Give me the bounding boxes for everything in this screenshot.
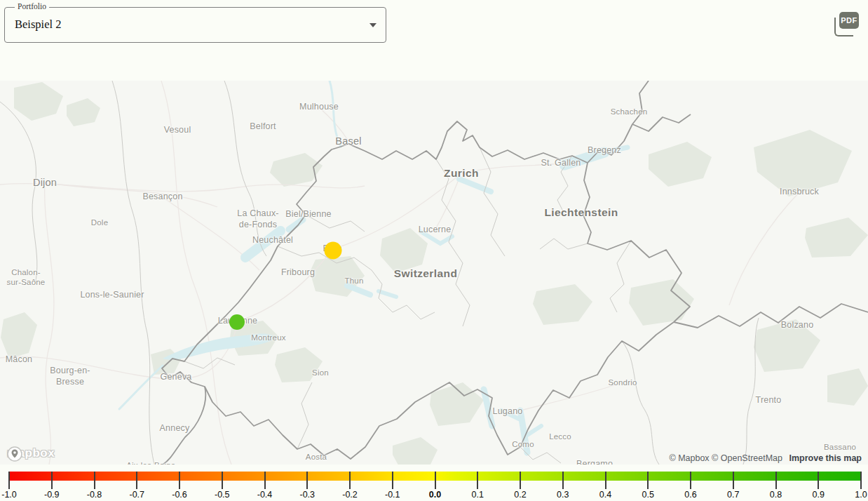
tick-mark xyxy=(349,472,351,489)
map-place-label: Dijon xyxy=(33,176,57,189)
tick-label: 0.4 xyxy=(599,490,611,500)
export-pdf-button[interactable]: PDF xyxy=(833,12,859,39)
map-place-label: Dole xyxy=(91,218,108,227)
map-place-label: Belfort xyxy=(250,121,276,133)
map-place-label: Annecy xyxy=(160,423,190,434)
tick-label: -0.9 xyxy=(44,490,60,500)
tick-mark xyxy=(818,472,819,489)
tick-label: 0.3 xyxy=(557,490,569,500)
colorbar-legend: -1.0 -0.9 -0.8 -0.7 -0.6 -0.5 xyxy=(9,472,861,501)
map-place-label: Thun xyxy=(344,276,363,286)
improve-map-link[interactable]: Improve this map xyxy=(789,453,862,463)
map-place-label: Switzerland xyxy=(394,267,458,280)
mapbox-pin-icon xyxy=(7,446,22,462)
map-place-label: Besançon xyxy=(142,192,182,203)
chevron-down-icon xyxy=(369,23,377,27)
map-place-label: Liechtenstein xyxy=(544,206,618,219)
map-place-label: Mulhouse xyxy=(299,102,339,113)
tick-label: 0.9 xyxy=(813,490,825,500)
map-place-label: Schachen xyxy=(611,107,648,116)
map-place-label: St. Gallen xyxy=(541,158,581,169)
tick-mark xyxy=(562,472,564,489)
tick-label: 0.6 xyxy=(684,490,696,500)
map-place-label: Neuchâtel xyxy=(252,235,293,246)
map-place-label: Zurich xyxy=(444,166,479,180)
map-place-label: Basel xyxy=(335,135,361,147)
tick-mark xyxy=(306,472,308,489)
map-place-label: La Chaux- de-Fonds xyxy=(237,208,278,230)
map-place-label: Bassano xyxy=(824,442,856,452)
map-place-label: Bolzano xyxy=(781,320,814,331)
map-place-label: Lons-le-Saunier xyxy=(80,290,144,301)
mapbox-logo[interactable]: mapbox xyxy=(7,446,55,460)
map-place-label: Sondrio xyxy=(608,378,637,387)
app-root: Portfolio Beispiel 2 PDF xyxy=(0,0,868,501)
tick-mark xyxy=(775,472,777,489)
map-place-label: Lecco xyxy=(549,432,571,441)
tick-mark xyxy=(733,472,734,489)
tick-label: -0.2 xyxy=(342,490,358,500)
map-place-label: Lugano xyxy=(493,406,523,417)
tick-label: -0.8 xyxy=(87,490,102,500)
map-place-label: Lucerne xyxy=(419,225,452,236)
tick-mark xyxy=(435,472,436,489)
map-place-label: Geneva xyxy=(161,372,192,383)
portfolio-selected-value: Beispiel 2 xyxy=(15,18,61,32)
map-place-label: Fribourg xyxy=(281,267,315,279)
tick-label: 0.2 xyxy=(514,490,526,500)
tick-mark xyxy=(647,472,649,489)
portfolio-marker[interactable] xyxy=(229,314,245,330)
tick-label: 0.7 xyxy=(727,490,739,500)
tick-label: -0.4 xyxy=(257,490,273,500)
map-place-label: Sion xyxy=(312,368,329,378)
tick-mark xyxy=(392,472,393,489)
tick-mark xyxy=(605,472,606,489)
tick-label: -0.3 xyxy=(299,490,315,500)
tick-mark xyxy=(520,472,521,489)
tick-mark xyxy=(860,472,862,489)
tick-mark xyxy=(264,472,266,489)
map-place-label: Vesoul xyxy=(164,125,191,136)
tick-mark xyxy=(179,472,180,489)
map-place-label: Bourg-en- Bresse xyxy=(50,366,90,387)
tick-mark xyxy=(51,472,53,489)
portfolio-marker[interactable] xyxy=(325,242,342,260)
map-attribution: © Mapbox © OpenStreetMap Improve this ma… xyxy=(669,453,862,463)
tick-mark xyxy=(8,472,10,489)
map-place-label: Bergamo xyxy=(576,459,613,465)
tick-mark xyxy=(136,472,137,489)
tick-label: -0.5 xyxy=(215,490,230,500)
tick-mark xyxy=(94,472,95,489)
map-place-label: Biel/Bienne xyxy=(285,209,331,220)
tick-mark xyxy=(690,472,691,489)
portfolio-select[interactable]: Portfolio Beispiel 2 xyxy=(4,7,386,43)
map-place-label: Innsbruck xyxy=(780,187,819,198)
tick-label: 0.5 xyxy=(642,490,654,500)
map-place-label: Aix-les-Bains xyxy=(126,460,175,465)
map-canvas[interactable]: MulhouseBelfortVesoulBaselSchachenBregen… xyxy=(0,81,868,465)
tick-mark xyxy=(222,472,223,489)
map-place-label: Trento xyxy=(756,395,782,406)
map-place-label: Aosta xyxy=(306,452,327,462)
map-place-label: Bregenz xyxy=(588,145,621,156)
map-place-label: Mâcon xyxy=(6,354,33,366)
tick-label: -1.0 xyxy=(1,490,17,500)
map-place-label: Chalon- sur-Saône xyxy=(7,267,46,288)
tick-label: 0.0 xyxy=(429,490,441,500)
tick-label: 0.1 xyxy=(472,490,484,500)
tick-label: -0.1 xyxy=(385,490,400,500)
map-place-label: Montreux xyxy=(251,333,286,342)
tick-mark xyxy=(477,472,478,489)
tick-label: 1.0 xyxy=(855,490,867,500)
portfolio-field-label: Portfolio xyxy=(15,2,49,11)
pdf-icon: PDF xyxy=(839,12,859,29)
map-place-label: Como xyxy=(512,439,534,449)
tick-label: 0.8 xyxy=(770,490,782,500)
tick-label: -0.6 xyxy=(172,490,187,500)
attribution-copyrights: © Mapbox © OpenStreetMap xyxy=(669,453,782,463)
tick-label: -0.7 xyxy=(129,490,144,500)
